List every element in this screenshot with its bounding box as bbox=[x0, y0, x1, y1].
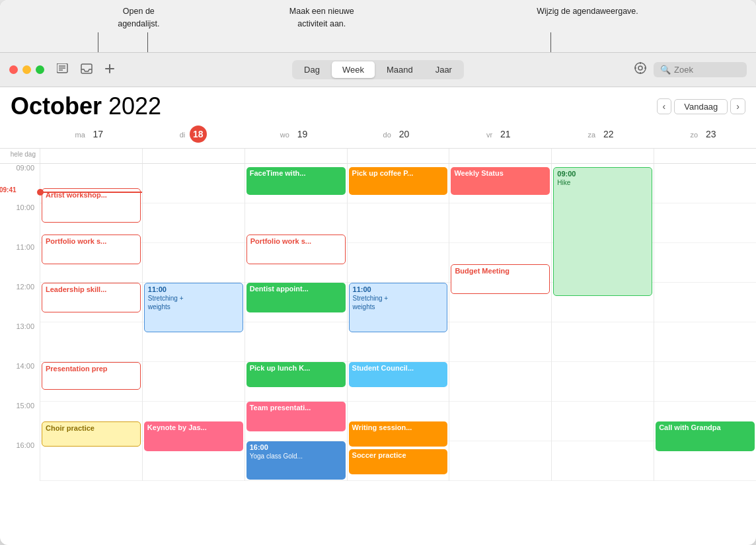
day-header-fri: vr 21 bbox=[449, 123, 551, 145]
event-pick-up-coffee[interactable]: Pick up coffee P... bbox=[349, 167, 448, 195]
day-headers: ma 17 di 18 wo 19 do 20 vr 21 za 22 zo 2… bbox=[0, 123, 756, 149]
event-pick-up-lunch[interactable]: Pick up lunch K... bbox=[246, 362, 346, 387]
event-portfolio-mon[interactable]: Portfolio work s... bbox=[42, 235, 141, 264]
event-writing-session[interactable]: Writing session... bbox=[349, 421, 448, 447]
focus-button[interactable] bbox=[634, 61, 647, 78]
allday-label: hele dag bbox=[0, 149, 40, 163]
time-15: 15:00 bbox=[0, 402, 40, 441]
tab-week[interactable]: Week bbox=[332, 61, 375, 78]
inbox-button[interactable] bbox=[77, 61, 96, 79]
event-weekly-status[interactable]: Weekly Status bbox=[451, 167, 550, 195]
nav-buttons: ‹ Vandaag › bbox=[657, 98, 745, 114]
time-14: 14:00 bbox=[0, 362, 40, 402]
toolbar-right: 🔍 bbox=[634, 61, 747, 78]
next-button[interactable]: › bbox=[730, 98, 745, 114]
tab-dag[interactable]: Dag bbox=[293, 61, 330, 78]
day-col-mon: Artist workshop... Portfolio work s... L… bbox=[40, 164, 142, 481]
today-button[interactable]: Vandaag bbox=[674, 99, 728, 114]
event-choir-practice[interactable]: Choir practice bbox=[42, 421, 141, 447]
event-student-council[interactable]: Student Council... bbox=[349, 362, 448, 387]
event-team-presentation[interactable]: Team presentati... bbox=[246, 402, 346, 431]
allday-sun bbox=[654, 149, 756, 163]
event-facetime[interactable]: FaceTime with... bbox=[246, 167, 346, 195]
close-button[interactable] bbox=[9, 65, 18, 74]
allday-thu bbox=[347, 149, 449, 163]
day-col-thu: Pick up coffee P... 11:00 Stretching +we… bbox=[347, 164, 449, 481]
time-09: 09:00 bbox=[0, 164, 40, 203]
event-yoga[interactable]: 16:00 Yoga class Gold... bbox=[246, 441, 346, 480]
allday-row: hele dag bbox=[0, 149, 756, 164]
time-column: 09:00 10:00 11:00 12:00 13:00 14:00 15:0… bbox=[0, 164, 40, 481]
maximize-button[interactable] bbox=[36, 65, 44, 74]
svg-rect-4 bbox=[81, 64, 92, 73]
day-col-sat: 09:00 Hike bbox=[551, 164, 654, 481]
add-event-button[interactable] bbox=[101, 61, 118, 79]
time-13: 13:00 bbox=[0, 322, 40, 362]
day-header-tue: di 18 bbox=[142, 123, 245, 145]
search-input[interactable] bbox=[674, 65, 740, 75]
month-title: October 2022 bbox=[11, 92, 161, 120]
day-col-sun: Call with Grandpa bbox=[654, 164, 756, 481]
tooltip-view-change: Wijzig de agendaweergave. bbox=[537, 5, 638, 18]
tab-maand[interactable]: Maand bbox=[376, 61, 424, 78]
event-artist-workshop[interactable]: Artist workshop... bbox=[42, 188, 141, 223]
event-soccer-practice[interactable]: Soccer practice bbox=[349, 449, 448, 474]
search-icon: 🔍 bbox=[660, 65, 671, 75]
time-10: 10:00 bbox=[0, 203, 40, 243]
allday-sat bbox=[551, 149, 654, 163]
tab-jaar[interactable]: Jaar bbox=[425, 61, 463, 78]
svg-point-7 bbox=[635, 63, 646, 73]
minimize-button[interactable] bbox=[22, 65, 31, 74]
event-budget-meeting[interactable]: Budget Meeting bbox=[451, 264, 550, 294]
event-portfolio-wed[interactable]: Portfolio work s... bbox=[246, 235, 346, 264]
tooltip-new-event: Maak een nieuwe activiteit aan. bbox=[289, 5, 354, 30]
event-call-grandpa[interactable]: Call with Grandpa bbox=[656, 421, 755, 451]
calendar-header: October 2022 ‹ Vandaag › bbox=[0, 87, 756, 120]
event-stretching-thu[interactable]: 11:00 Stretching +weights bbox=[349, 283, 448, 332]
traffic-lights bbox=[9, 65, 44, 74]
time-16: 16:00 bbox=[0, 441, 40, 481]
tooltip-agenda-list: Open de agendalijst. bbox=[118, 5, 159, 30]
day-col-tue: 11:00 Stretching +weights Keynote by Jas… bbox=[142, 164, 245, 481]
prev-button[interactable]: ‹ bbox=[657, 98, 672, 114]
day-header-sun: zo 23 bbox=[654, 123, 756, 145]
day-header-mon: ma 17 bbox=[40, 123, 142, 145]
day-col-fri: Weekly Status Budget Meeting Call with L… bbox=[449, 164, 551, 481]
titlebar: Dag Week Maand Jaar 🔍 bbox=[0, 53, 756, 87]
search-box[interactable]: 🔍 bbox=[654, 62, 747, 77]
allday-fri bbox=[449, 149, 551, 163]
calendar-list-button[interactable] bbox=[54, 61, 72, 79]
allday-wed bbox=[245, 149, 347, 163]
allday-tue bbox=[142, 149, 245, 163]
day-header-wed: wo 19 bbox=[245, 123, 347, 145]
event-stretching-tue[interactable]: 11:00 Stretching +weights bbox=[144, 283, 243, 332]
day-header-sat: za 22 bbox=[551, 123, 654, 145]
day-header-thu: do 20 bbox=[347, 123, 449, 145]
event-hike[interactable]: 09:00 Hike bbox=[553, 167, 652, 296]
time-11: 11:00 bbox=[0, 243, 40, 283]
event-keynote[interactable]: Keynote by Jas... bbox=[144, 421, 243, 451]
event-presentation-prep[interactable]: Presentation prep bbox=[42, 362, 141, 390]
event-leadership[interactable]: Leadership skill... bbox=[42, 283, 141, 312]
calendar-window: Open de agendalijst. Maak een nieuwe act… bbox=[0, 0, 756, 545]
event-dentist[interactable]: Dentist appoint... bbox=[246, 283, 346, 312]
time-12: 12:00 bbox=[0, 283, 40, 322]
allday-mon bbox=[40, 149, 142, 163]
view-switcher: Dag Week Maand Jaar bbox=[292, 60, 464, 79]
day-col-wed: FaceTime with... Portfolio work s... Den… bbox=[245, 164, 347, 481]
calendar-body: 09:00 10:00 11:00 12:00 13:00 14:00 15:0… bbox=[0, 164, 756, 481]
toolbar-icons bbox=[54, 61, 118, 79]
svg-point-8 bbox=[638, 66, 642, 70]
